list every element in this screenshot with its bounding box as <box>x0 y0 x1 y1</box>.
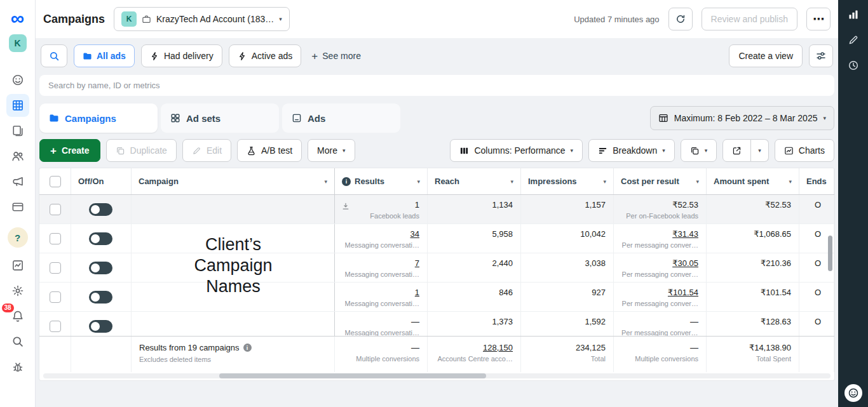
campaign-name-cell[interactable] <box>132 253 335 282</box>
notifications-bell-icon[interactable]: 38 <box>6 305 29 328</box>
column-header-impressions[interactable]: Impressions <box>521 168 614 194</box>
filter-all-ads[interactable]: All ads <box>74 44 135 67</box>
vertical-scrollbar[interactable] <box>828 236 832 271</box>
select-all-checkbox[interactable] <box>50 176 61 187</box>
column-header-ends[interactable]: Ends <box>799 168 834 194</box>
more-button[interactable]: More <box>308 139 355 162</box>
cost-value[interactable]: ₹101.54 <box>668 288 698 297</box>
columns-button[interactable]: Columns: Performance <box>450 139 583 162</box>
reports-layers-button[interactable] <box>681 139 717 162</box>
chevron-down-icon[interactable] <box>324 178 327 185</box>
events-manager-icon[interactable] <box>6 254 29 277</box>
campaign-name-cell[interactable] <box>132 224 335 253</box>
table-row[interactable]: 1 Facebook leads 1,134 1,157 ₹52.53 Per … <box>39 195 834 224</box>
history-clock-icon[interactable] <box>848 60 859 71</box>
ab-test-button[interactable]: A/B test <box>237 139 302 162</box>
test-tools-bug-icon[interactable] <box>6 356 29 378</box>
pages-icon[interactable] <box>6 119 29 142</box>
advertise-megaphone-icon[interactable] <box>6 170 29 193</box>
chevron-down-icon[interactable] <box>603 178 606 185</box>
help-icon[interactable] <box>8 227 28 248</box>
billing-icon[interactable] <box>6 196 29 218</box>
create-a-view-button[interactable]: Create a view <box>729 44 803 67</box>
column-header-results[interactable]: Results <box>335 168 428 194</box>
search-nav-icon[interactable] <box>6 330 29 353</box>
row-checkbox[interactable] <box>50 321 61 332</box>
create-button[interactable]: Create <box>39 139 100 162</box>
chevron-down-icon[interactable] <box>510 178 513 185</box>
reach-cell: 1,373 <box>428 312 521 336</box>
see-more-filters[interactable]: See more <box>308 51 365 62</box>
table-row[interactable]: 7 Messaging conversati… 2,440 3,038 ₹30.… <box>39 253 834 283</box>
campaign-toggle[interactable] <box>89 203 112 216</box>
campaign-toggle[interactable] <box>89 320 112 333</box>
settings-gear-icon[interactable] <box>6 279 29 302</box>
campaign-toggle[interactable] <box>89 262 112 274</box>
export-button[interactable] <box>722 139 751 162</box>
chart-icon <box>784 146 794 156</box>
view-settings-button[interactable] <box>809 44 833 67</box>
download-icon[interactable] <box>341 202 350 211</box>
cost-value: — <box>690 343 698 352</box>
campaign-toggle[interactable] <box>89 291 112 304</box>
duplicate-button[interactable]: Duplicate <box>106 139 177 162</box>
row-checkbox[interactable] <box>50 233 61 244</box>
breakdown-button[interactable]: Breakdown <box>588 139 675 162</box>
campaign-toggle[interactable] <box>89 232 112 245</box>
results-value[interactable]: 34 <box>410 229 419 239</box>
results-value: 1 <box>415 200 419 210</box>
filter-active-ads[interactable]: Active ads <box>229 44 302 67</box>
campaign-name-cell[interactable] <box>132 195 335 224</box>
column-header-amount-spent[interactable]: Amount spent <box>707 168 799 194</box>
edit-pencil-icon[interactable] <box>848 34 859 46</box>
tab-campaigns[interactable]: Campaigns <box>39 103 158 133</box>
row-checkbox[interactable] <box>50 262 61 274</box>
charts-button[interactable]: Charts <box>775 139 834 162</box>
table-row[interactable]: 1 Messaging conversati… 846 927 ₹101.54 … <box>39 283 834 312</box>
reach-value[interactable]: 128,150 <box>483 343 513 352</box>
chevron-down-icon[interactable] <box>417 178 420 185</box>
edit-button[interactable]: Edit <box>182 139 231 162</box>
row-checkbox[interactable] <box>50 204 61 215</box>
results-value[interactable]: 7 <box>415 258 419 268</box>
spent-value: ₹52.53 <box>765 200 791 210</box>
insights-bar-chart-icon[interactable] <box>848 9 859 20</box>
horizontal-scrollbar[interactable] <box>219 373 486 378</box>
filter-had-delivery[interactable]: Had delivery <box>141 44 222 67</box>
tab-ads[interactable]: Ads <box>282 103 400 133</box>
ad-account-selector[interactable]: K KrazyTech Ad Account (183… <box>114 7 290 31</box>
meta-logo[interactable]: ∞ <box>11 6 24 30</box>
header-label: Reach <box>435 177 459 186</box>
more-options-button[interactable] <box>806 8 831 30</box>
column-header-campaign[interactable]: Campaign <box>132 168 335 194</box>
review-and-publish-button[interactable]: Review and publish <box>702 8 797 30</box>
search-filter-button[interactable] <box>41 44 67 67</box>
refresh-button[interactable] <box>668 8 693 30</box>
column-header-reach[interactable]: Reach <box>428 168 521 194</box>
campaign-name-cell[interactable] <box>132 283 335 311</box>
table-row[interactable]: — Messaging conversati… 1,373 1,592 — Pe… <box>39 312 834 336</box>
search-input[interactable] <box>39 75 834 96</box>
tab-ad-sets[interactable]: Ad sets <box>161 103 279 133</box>
campaign-name-cell[interactable] <box>132 312 335 336</box>
column-header-cost-per-result[interactable]: Cost per result <box>614 168 707 194</box>
cost-value[interactable]: ₹30.05 <box>672 258 698 268</box>
impressions-cell: 3,038 <box>521 253 614 282</box>
row-checkbox[interactable] <box>50 291 61 303</box>
chevron-down-icon[interactable] <box>789 178 792 185</box>
cost-value[interactable]: ₹31.43 <box>672 229 698 239</box>
table-row[interactable]: 34 Messaging conversati… 5,958 10,042 ₹3… <box>39 224 834 253</box>
account-avatar: K <box>121 11 137 27</box>
ads-manager-home-icon[interactable] <box>6 69 29 91</box>
date-range-selector[interactable]: Maximum: 8 Feb 2022 – 8 Mar 2025 <box>650 106 834 130</box>
see-more-label: See more <box>322 51 361 61</box>
info-icon[interactable] <box>243 344 252 352</box>
campaigns-nav-icon[interactable] <box>6 94 29 117</box>
chevron-down-icon[interactable] <box>696 178 699 185</box>
audiences-icon[interactable] <box>6 145 29 168</box>
results-value[interactable]: 1 <box>415 288 419 297</box>
feedback-smiley-icon[interactable] <box>844 384 862 402</box>
profile-avatar[interactable]: K <box>9 34 27 52</box>
row-toggle-cell <box>71 253 132 282</box>
export-options-button[interactable] <box>751 139 769 162</box>
